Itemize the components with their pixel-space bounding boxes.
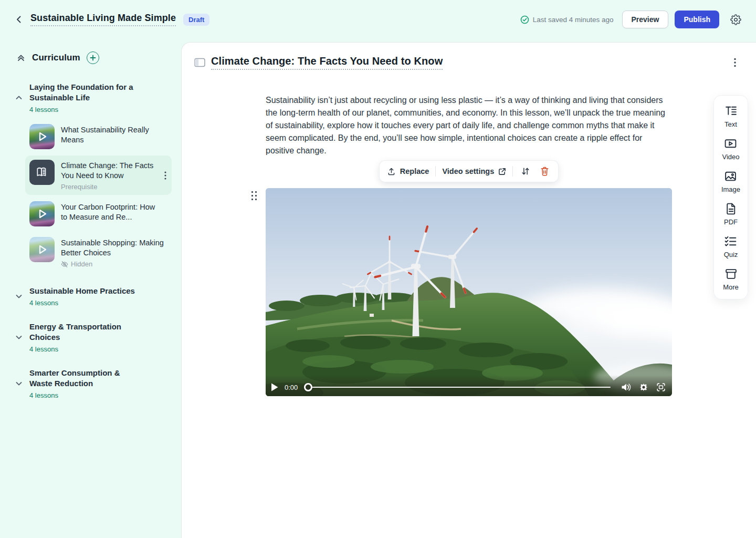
tool-pdf[interactable]: PDF	[724, 202, 738, 226]
play-icon	[35, 130, 49, 143]
tool-video[interactable]: Video	[722, 137, 739, 161]
fullscreen-icon[interactable]	[656, 382, 666, 392]
play-icon	[35, 243, 49, 256]
chevron-up-icon	[15, 94, 23, 102]
last-saved-status: Last saved 4 minutes ago	[520, 15, 614, 24]
video-thumbnail	[29, 201, 55, 226]
chevron-down-icon	[15, 292, 23, 301]
section-lesson-count: 4 lessons	[29, 106, 150, 113]
drag-handle[interactable]	[251, 191, 257, 200]
video-block: 0:00	[266, 188, 672, 396]
video-settings-button[interactable]: Video settings	[442, 167, 506, 175]
double-chevron-up-icon	[16, 53, 26, 63]
check-circle-icon	[520, 15, 529, 24]
tool-text[interactable]: Text	[724, 105, 738, 128]
section-title: Smarter Consumption & Waste Reduction	[29, 368, 142, 389]
last-saved-text: Last saved 4 minutes ago	[533, 16, 614, 24]
curriculum-section: Laying the Foundation for a Sustainable …	[8, 82, 173, 272]
lesson-meta-hidden: Hidden	[61, 260, 167, 268]
lesson-body: Sustainability isn’t just about recyclin…	[266, 94, 672, 396]
reorder-arrows-icon	[521, 167, 530, 176]
lesson-intro-paragraph[interactable]: Sustainability isn’t just about recyclin…	[266, 94, 672, 157]
block-tools-panel: Text Video Image PDF Quiz	[714, 96, 748, 299]
chevron-down-icon	[15, 379, 23, 388]
course-title[interactable]: Sustainable Living Made Simple	[30, 13, 176, 26]
lesson-title: Climate Change: The Facts You Need to Kn…	[61, 161, 155, 181]
panel-toggle-icon	[194, 58, 205, 67]
status-badge: Draft	[183, 14, 209, 26]
quiz-icon	[724, 235, 737, 248]
tool-quiz[interactable]: Quiz	[724, 235, 738, 258]
curriculum-header: Curriculum	[8, 51, 173, 64]
chevron-down-icon	[15, 333, 23, 342]
text-icon	[724, 105, 738, 118]
pdf-icon	[724, 202, 738, 215]
curriculum-section: Sustainable Home Practices 4 lessons	[8, 286, 173, 307]
section-header[interactable]: Energy & Transportation Choices 4 lesson…	[8, 322, 173, 353]
eye-off-icon	[61, 261, 68, 268]
collapse-all-button[interactable]	[16, 53, 26, 63]
section-title: Laying the Foundation for a Sustainable …	[29, 82, 150, 103]
trash-icon	[540, 167, 549, 176]
lesson-kebab-menu[interactable]	[164, 171, 166, 180]
replace-video-button[interactable]: Replace	[387, 167, 429, 176]
play-icon	[35, 207, 49, 221]
section-header[interactable]: Smarter Consumption & Waste Reduction 4 …	[8, 368, 173, 399]
section-header[interactable]: Laying the Foundation for a Sustainable …	[8, 82, 173, 113]
video-thumbnail	[29, 237, 55, 262]
lesson-title: Sustainable Shopping: Making Better Choi…	[61, 238, 167, 258]
seek-bar[interactable]	[304, 383, 611, 391]
move-block-button[interactable]	[519, 165, 532, 178]
back-button[interactable]	[12, 12, 26, 27]
lesson-header: Climate Change: The Facts You Need to Kn…	[182, 43, 756, 70]
upload-icon	[387, 167, 396, 176]
tool-image[interactable]: Image	[721, 170, 740, 193]
current-time: 0:00	[285, 384, 298, 391]
section-lesson-count: 4 lessons	[29, 391, 142, 399]
gear-icon	[730, 14, 741, 25]
volume-icon[interactable]	[621, 383, 631, 391]
curriculum-heading: Curriculum	[32, 53, 80, 63]
player-settings-icon[interactable]	[639, 382, 648, 392]
curriculum-section: Smarter Consumption & Waste Reduction 4 …	[8, 368, 173, 399]
seek-handle[interactable]	[304, 383, 312, 391]
lesson-page-title[interactable]: Climate Change: The Facts You Need to Kn…	[211, 55, 443, 70]
lesson-item[interactable]: Your Carbon Footprint: How to Measure an…	[25, 197, 172, 231]
add-curriculum-button[interactable]	[87, 51, 99, 64]
section-lesson-count: 4 lessons	[29, 345, 150, 353]
lesson-editor: Climate Change: The Facts You Need to Kn…	[181, 42, 756, 538]
section-header[interactable]: Sustainable Home Practices 4 lessons	[8, 286, 173, 307]
play-button[interactable]	[271, 383, 279, 391]
section-lesson-count: 4 lessons	[29, 299, 135, 307]
lesson-list: What Sustainability Really Means Climate…	[25, 120, 173, 272]
curriculum-section: Energy & Transportation Choices 4 lesson…	[8, 322, 173, 353]
lesson-meta-prerequisite: Prerequisite	[61, 183, 155, 191]
tool-more[interactable]: More	[723, 267, 739, 291]
lesson-item-selected[interactable]: Climate Change: The Facts You Need to Kn…	[25, 156, 172, 195]
curriculum-sidebar: Curriculum Laying the Foundation for a S…	[0, 42, 181, 538]
more-icon	[724, 267, 738, 281]
sidebar-toggle-button[interactable]	[193, 56, 206, 69]
lesson-title: What Sustainability Really Means	[61, 125, 167, 145]
image-icon	[724, 170, 737, 183]
topbar: Sustainable Living Made Simple Draft Las…	[0, 0, 756, 42]
video-icon	[724, 137, 737, 150]
video-thumbnail	[29, 124, 55, 149]
preview-button[interactable]: Preview	[622, 11, 669, 28]
lesson-title: Your Carbon Footprint: How to Measure an…	[61, 202, 161, 222]
section-title: Sustainable Home Practices	[29, 286, 135, 296]
video-controls: 0:00	[266, 375, 672, 396]
video-player[interactable]: 0:00	[266, 188, 672, 396]
settings-button[interactable]	[728, 12, 743, 27]
delete-block-button[interactable]	[538, 165, 551, 178]
video-still-wind-turbines	[266, 188, 672, 396]
publish-button[interactable]: Publish	[675, 11, 719, 28]
chevron-left-icon	[14, 15, 24, 24]
lesson-options-menu[interactable]	[728, 55, 742, 70]
open-book-icon	[35, 165, 49, 179]
lesson-item[interactable]: What Sustainability Really Means	[25, 120, 172, 153]
external-link-icon	[498, 168, 506, 175]
plus-icon	[90, 55, 96, 61]
section-title: Energy & Transportation Choices	[29, 322, 150, 343]
lesson-item-hidden[interactable]: Sustainable Shopping: Making Better Choi…	[25, 233, 172, 272]
